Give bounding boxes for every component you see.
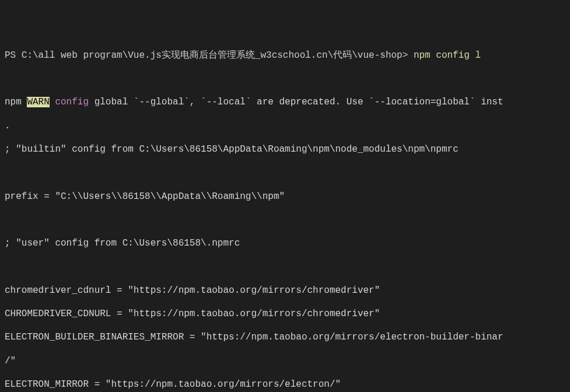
builtin-header: ; "builtin" config from C:\Users\86158\A… (5, 144, 565, 155)
warn-line: npm WARN config global `--global`, `--lo… (5, 96, 565, 108)
blank-line (5, 167, 565, 178)
config-electron-builder-2: /" (5, 355, 565, 367)
blank-line (5, 214, 565, 226)
prompt-path: PS C:\all web program\Vue.js实现电商后台管理系统_w… (5, 50, 414, 61)
user-header: ; "user" config from C:\Users\86158\.npm… (5, 237, 565, 249)
config-electron-mirror: ELECTRON_MIRROR = "https://npm.taobao.or… (5, 379, 565, 390)
warn-badge: WARN (27, 97, 49, 107)
config-chromedriver-cdnurl-upper: CHROMEDRIVER_CDNURL = "https://npm.taoba… (5, 308, 565, 320)
deprecation-message: global `--global`, `--local` are depreca… (89, 97, 503, 107)
prompt-line: PS C:\all web program\Vue.js实现电商后台管理系统_w… (5, 50, 565, 61)
config-electron-builder-1: ELECTRON_BUILDER_BINARIES_MIRROR = "http… (5, 331, 565, 343)
config-chromedriver-cdnurl: chromedriver_cdnurl = "https://npm.taoba… (5, 285, 565, 296)
blank-line (5, 261, 565, 272)
blank-line (5, 73, 565, 85)
config-label: config (50, 97, 89, 107)
npm-label: npm (5, 97, 27, 107)
command-text: npm config l (414, 50, 481, 61)
terminal-output[interactable]: PS C:\all web program\Vue.js实现电商后台管理系统_w… (5, 50, 565, 392)
dot-line: . (5, 120, 565, 132)
prefix-line: prefix = "C:\\Users\\86158\\AppData\\Roa… (5, 191, 565, 202)
